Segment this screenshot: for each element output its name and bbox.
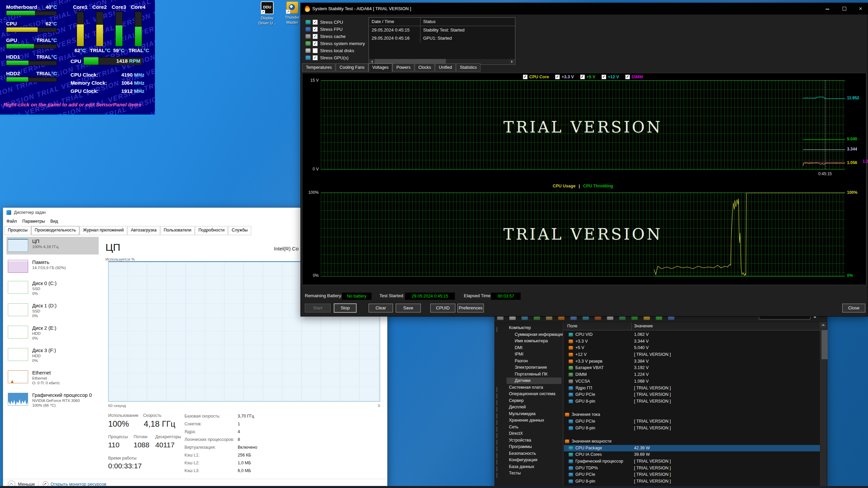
menu-параметры[interactable]: Параметры [22, 219, 45, 224]
section-row[interactable]: Значения тока [564, 411, 820, 418]
column-field[interactable]: Поле [567, 322, 577, 330]
stress-option[interactable]: ✓Stress FPU [305, 26, 368, 33]
tree-item-dmi[interactable]: DMI [494, 345, 563, 351]
stress-option[interactable]: ✓Stress GPU(s) [305, 54, 368, 61]
log-col-datetime[interactable]: Date / Time [369, 18, 420, 26]
value-row[interactable]: GPU 8-pin[ TRIAL VERSION ] [564, 425, 820, 432]
tree-item-devices[interactable]: Устройства [494, 437, 563, 444]
tree-item-computer[interactable]: Компьютер [494, 325, 563, 331]
column-divider[interactable] [631, 322, 632, 330]
tab-процессы[interactable]: Процессы [4, 226, 31, 235]
tree-item-server[interactable]: Сервер [494, 398, 563, 404]
checkbox[interactable]: ✓ [523, 75, 528, 79]
stress-option[interactable]: ✓Stress CPU [305, 19, 368, 26]
tab-statistics[interactable]: Statistics [456, 63, 480, 72]
value-row[interactable]: GPU 8-pin[ TRIAL VERSION ] [564, 398, 820, 405]
checkbox[interactable]: ✓ [625, 75, 630, 79]
windows-taskbar[interactable] [0, 486, 868, 488]
tab-подробности[interactable]: Подробности [195, 226, 228, 235]
tab-powers[interactable]: Powers [393, 63, 414, 72]
tree-item-overclock[interactable]: Разгон [494, 358, 563, 365]
sidebar-item-ethernet[interactable]: EthernetEthernetО: 0 П: 0 кбит/с [6, 368, 99, 387]
aida64-sensorpanel[interactable]: TRIAL VERSION TRIAL VERSION TRIAL VERSIO… [0, 0, 155, 116]
checkbox[interactable]: ✓ [313, 34, 318, 39]
tree-item-directx[interactable]: DirectX [494, 430, 563, 437]
start-button[interactable]: Start [305, 304, 331, 312]
menu-вид[interactable]: Вид [50, 219, 58, 224]
tab-temperatures[interactable]: Temperatures [302, 63, 335, 72]
scroll-right-icon[interactable] [510, 59, 515, 64]
value-row[interactable]: GPU TDP%[ TRIAL VERSION ] [564, 465, 820, 472]
tree-item-power[interactable]: Электропитание [494, 364, 563, 371]
minimize-button[interactable] [822, 5, 832, 13]
value-row[interactable]: DIMM1.224 V [564, 371, 820, 378]
tree-item-display[interactable]: Дисплей [494, 404, 563, 411]
scroll-thumb[interactable] [822, 330, 828, 359]
value-row[interactable]: Графический процессор[ TRIAL VERSION ] [564, 458, 820, 465]
value-row[interactable]: CPU Package42.39 W [564, 445, 820, 452]
checkbox[interactable]: ✓ [580, 75, 585, 79]
chevron-right-icon[interactable] [497, 473, 497, 478]
sidebar-item-disk[interactable]: Диск 0 (C:)SSD0% [6, 279, 99, 298]
checkbox[interactable] [313, 48, 318, 53]
tab-службы[interactable]: Службы [228, 226, 251, 235]
value-row[interactable]: CPU VID1.062 V [564, 331, 820, 338]
value-row[interactable]: GPU PCIe[ TRIAL VERSION ] [564, 471, 820, 478]
tab-журнал-приложений[interactable]: Журнал приложений [80, 226, 127, 235]
tab-cooling-fans[interactable]: Cooling Fans [336, 63, 368, 72]
stop-button[interactable]: Stop [334, 304, 356, 312]
tree-item-laptop[interactable]: Портативный ПК [494, 371, 563, 378]
value-row[interactable]: +3.3 V резерв3.384 V [564, 358, 820, 365]
sidebar-item-gpu[interactable]: Графический процессор 0NVIDIA GeForce RT… [6, 391, 99, 410]
stress-option[interactable]: Stress local disks [305, 47, 368, 54]
tree-item-motherboard[interactable]: Системная плата [494, 384, 563, 391]
tree-item-benchmark[interactable]: Тесты [494, 470, 563, 477]
tree-item-os[interactable]: Операционная система [494, 391, 563, 398]
tree-item-storage[interactable]: Хранение данных [494, 417, 563, 424]
tab-voltages[interactable]: Voltages [369, 63, 392, 72]
sidebar-item-disk[interactable]: Диск 2 (E:)HDD0% [6, 324, 99, 343]
checkbox[interactable]: ✓ [313, 27, 318, 32]
value-row[interactable]: GPU PCIe[ TRIAL VERSION ] [564, 418, 820, 425]
sidebar-item-memory[interactable]: Память14,7/15,9 ГБ (92%) [6, 258, 99, 276]
tree-item-config[interactable]: Конфигурация [494, 457, 563, 464]
tree-item-summary[interactable]: Суммарная информация [494, 331, 563, 338]
desktop-icon-display-driver-uninstaller[interactable]: DDU↗DisplayDriver U... [254, 1, 280, 26]
checkbox[interactable]: ✓ [313, 41, 318, 46]
menu-файл[interactable]: Файл [6, 219, 17, 224]
value-row[interactable]: VCCSA1.068 V [564, 378, 820, 385]
stability-titlebar[interactable]: System Stability Test - AIDA64 [ TRIAL V… [301, 3, 868, 15]
checkbox[interactable]: ✓ [313, 20, 318, 25]
section-row[interactable]: Значения мощности [564, 438, 820, 445]
checkbox[interactable]: ✓ [313, 55, 318, 60]
close-button[interactable]: Close [842, 304, 865, 312]
maximize-button[interactable] [839, 5, 849, 13]
tree-item-multimedia[interactable]: Мультимедиа [494, 411, 563, 418]
tree-item-database[interactable]: База данных [494, 464, 563, 470]
tab-clocks[interactable]: Clocks [415, 63, 435, 72]
tab-пользователи[interactable]: Пользователи [160, 226, 195, 235]
tree-item-security[interactable]: Безопасность [494, 450, 563, 457]
tab-unified[interactable]: Unified [435, 63, 456, 72]
value-row[interactable]: +12 V[ TRIAL VERSION ] [564, 351, 820, 358]
value-row[interactable]: Ядро ГП[ TRIAL VERSION ] [564, 385, 820, 392]
sidebar-item-cpu[interactable]: ЦП100% 4,18 ГГц [6, 237, 99, 255]
value-row[interactable]: GPU 8-pin[ TRIAL VERSION ] [564, 478, 820, 485]
tree-item-programs[interactable]: Программы [494, 444, 563, 450]
cpuid-button[interactable]: CPUID [430, 304, 455, 312]
value-row[interactable]: CPU IA Cores39.69 W [564, 451, 820, 458]
checkbox[interactable]: ✓ [601, 75, 606, 79]
tree-item-computer-name[interactable]: Имя компьютера [494, 338, 563, 345]
stress-option[interactable]: ✓Stress system memory [305, 40, 368, 47]
tab-автозагрузка[interactable]: Автозагрузка [127, 226, 160, 235]
checkbox[interactable]: ✓ [555, 75, 560, 79]
column-value[interactable]: Значение [634, 322, 653, 330]
scroll-up-icon[interactable] [820, 322, 827, 328]
preferences-button[interactable]: Preferences [457, 304, 484, 312]
value-row[interactable]: Батарея VBAT3.192 V [564, 365, 820, 371]
sidebar-item-disk[interactable]: Диск 1 (D:)SSD0% [6, 301, 99, 320]
value-row[interactable]: +5 V5.040 V [564, 345, 820, 351]
clear-button[interactable]: Clear [369, 304, 393, 312]
close-icon[interactable]: × [855, 5, 866, 13]
tree-item-ipmi[interactable]: IPMI [494, 351, 563, 358]
